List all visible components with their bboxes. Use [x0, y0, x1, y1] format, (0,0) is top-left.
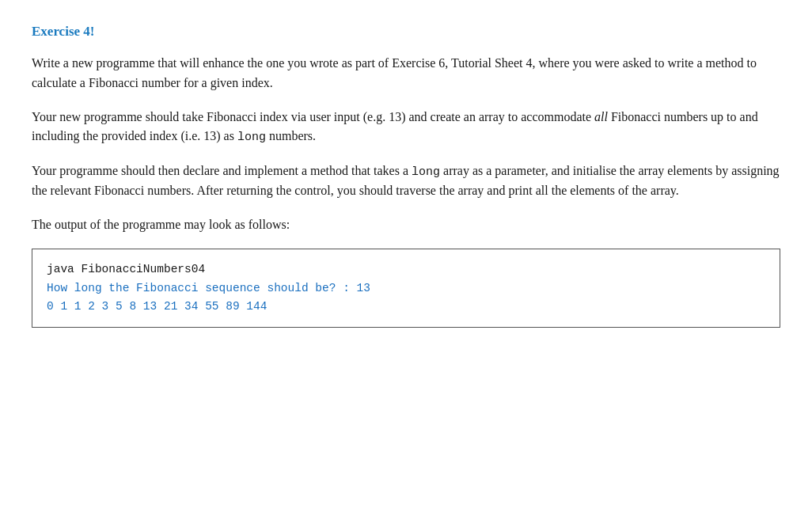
p2-italic-all: all: [594, 110, 608, 123]
paragraph-1: Write a new programme that will enhance …: [32, 54, 780, 93]
paragraph-2: Your new programme should take Fibonacci…: [32, 108, 780, 147]
output-line-2: How long the Fibonacci sequence should b…: [47, 279, 765, 298]
output-line-3: 0 1 1 2 3 5 8 13 21 34 55 89 144: [47, 298, 765, 316]
output-line-1: java FibonacciNumbers04: [47, 260, 765, 279]
p3-code-long: long: [412, 165, 440, 179]
paragraph-4: The output of the programme may look as …: [32, 215, 780, 235]
p3-text-before-code: Your programme should then declare and i…: [32, 164, 412, 177]
paragraph-3: Your programme should then declare and i…: [32, 161, 780, 201]
p2-code-long: long: [237, 131, 266, 144]
output-box: java FibonacciNumbers04 How long the Fib…: [32, 249, 780, 328]
exercise-title: Exercise 4!: [32, 24, 780, 40]
p2-text-before-italic: Your new programme should take Fibonacci…: [32, 110, 594, 123]
p2-text-end: numbers.: [266, 129, 316, 142]
